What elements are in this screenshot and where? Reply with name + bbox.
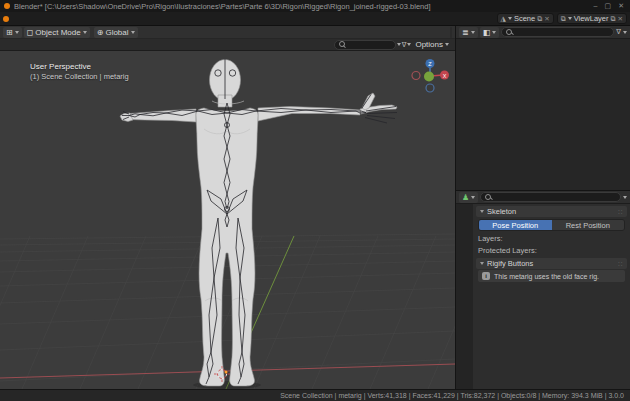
tool-search[interactable] [334,40,396,50]
chevron-down-icon [568,17,572,20]
panel-drag-dots: ∷ [618,260,623,267]
pose-rest-toggle: Pose Position Rest Position [478,219,625,231]
scene-stats: Scene Collection | metarig | Verts:41,31… [280,392,624,399]
close-icon[interactable]: ✕ [544,15,549,23]
top-bar: ◮ Scene ⧉✕ ⧉ ViewLayer ⧉✕ [0,12,630,26]
window-minimize-button[interactable]: – [594,2,598,10]
chevron-down-icon [471,31,475,34]
viewport-header: ⊞ ◻Object Mode ⊕Global [0,26,455,39]
chevron-down-icon [508,17,512,20]
title-bar: Blender* [C:\Users\Shadow\OneDrive\Pro\R… [0,0,630,12]
rest-position-button[interactable]: Rest Position [552,220,625,230]
chevron-down-icon[interactable] [397,43,401,46]
chevron-down-icon [407,43,411,46]
properties-tab-strip [456,204,473,389]
info-icon: i [482,272,490,280]
scene-name: Scene [514,14,535,23]
object-mode-icon: ◻ [27,28,34,37]
globe-icon: ⊕ [97,28,104,37]
editor-type-button[interactable]: ⊞ [3,27,22,38]
right-column: ≣ ◧ ∇ ♟ Skeleton [456,26,630,389]
search-icon [339,41,346,48]
close-icon[interactable]: ✕ [618,15,623,23]
main-area: ⊞ ◻Object Mode ⊕Global ∇ Options [0,26,630,389]
mode-label: Object Mode [35,28,80,37]
window-title: Blender* [C:\Users\Shadow\OneDrive\Pro\R… [14,2,590,11]
scene-icon: ◮ [501,15,506,23]
chevron-down-icon [83,31,87,34]
navigation-gizmo[interactable]: Z X [410,55,450,95]
armature-data-icon: ♟ [462,193,469,202]
panel-skeleton[interactable]: Skeleton ∷ [476,206,627,217]
chevron-down-icon [15,31,19,34]
properties-editor: ♟ Skeleton ∷ Pose Position R [456,191,630,389]
chevron-down-icon [445,43,449,46]
status-bar: Scene Collection | metarig | Verts:41,31… [0,389,630,401]
layers-label: Layers: [478,234,625,243]
chevron-down-icon [471,196,475,199]
outliner-filter-icon[interactable]: ∇ [616,28,621,36]
protected-layers-label: Protected Layers: [478,246,625,255]
shading-mode-group [450,27,452,38]
pose-position-button[interactable]: Pose Position [479,220,552,230]
collapse-icon [480,210,484,213]
scene-selector[interactable]: ◮ Scene ⧉✕ [497,13,554,24]
new-scene-icon[interactable]: ⧉ [537,15,542,23]
options-dropdown[interactable]: Options [412,39,452,50]
filter-funnel-icon[interactable]: ∇ [402,41,407,49]
rigify-info-box: i This metarig uses the old face rig. [478,270,625,282]
orientation-label: Global [105,28,128,37]
properties-content: Skeleton ∷ Pose Position Rest Position L… [473,204,630,389]
orientation-dropdown[interactable]: ⊕Global [94,27,138,38]
search-icon [485,194,492,201]
properties-body: Skeleton ∷ Pose Position Rest Position L… [456,204,630,389]
chevron-down-icon [623,31,627,34]
editor-type-icon: ⊞ [6,28,13,37]
outliner [456,39,630,191]
chevron-down-icon [492,31,496,34]
viewport-canvas[interactable]: User Perspective (1) Scene Collection | … [0,51,455,389]
properties-context-dropdown[interactable]: ♟ [459,192,478,203]
scene-render [0,51,455,389]
viewlayer-name: ViewLayer [574,14,609,23]
outliner-search[interactable] [501,27,614,37]
gizmo-neg-z-axis[interactable] [426,84,434,92]
viewlayer-selector[interactable]: ⧉ ViewLayer ⧉✕ [557,13,627,24]
panel-title: Rigify Buttons [487,259,533,268]
viewport-editor: ⊞ ◻Object Mode ⊕Global ∇ Options [0,26,456,389]
properties-search[interactable] [480,192,621,202]
outliner-header: ≣ ◧ ∇ [456,26,630,39]
blender-logo-icon [4,3,10,9]
chevron-down-icon[interactable] [623,196,627,199]
outliner-sync-dropdown[interactable]: ◧ [480,27,500,38]
blender-menu-icon[interactable] [3,16,9,22]
window-controls: –▢✕ [594,2,626,10]
display-mode-icon: ≣ [462,28,469,37]
new-viewlayer-icon[interactable]: ⧉ [611,15,616,23]
gizmo-neg-x-axis[interactable] [412,72,420,80]
character-mesh [120,60,397,387]
rigify-info-text: This metarig uses the old face rig. [494,273,599,280]
gizmo-y-axis[interactable] [424,72,434,82]
blender-window: Blender* [C:\Users\Shadow\OneDrive\Pro\R… [0,0,630,401]
search-icon [506,29,513,36]
chevron-down-icon [131,31,135,34]
object-origin-dot [225,371,228,374]
panel-drag-dots: ∷ [618,208,623,215]
outliner-display-mode[interactable]: ≣ [459,27,478,38]
workspace-tabs [15,12,494,26]
viewlayer-icon: ⧉ [561,15,566,23]
mode-dropdown[interactable]: ◻Object Mode [24,27,90,38]
window-close-button[interactable]: ✕ [618,2,624,10]
tool-settings-bar: ∇ Options [0,39,455,51]
properties-header: ♟ [456,191,630,204]
active-object-overlay: (1) Scene Collection | metarig [30,72,129,81]
view-name-overlay: User Perspective [30,62,91,71]
panel-rigify-buttons[interactable]: Rigify Buttons ∷ [476,258,627,269]
library-icon: ◧ [483,28,491,37]
panel-title: Skeleton [487,207,516,216]
options-label: Options [415,40,443,49]
collapse-icon [480,262,484,265]
gizmo-x-label: X [443,73,447,79]
window-maximize-button[interactable]: ▢ [605,2,612,10]
